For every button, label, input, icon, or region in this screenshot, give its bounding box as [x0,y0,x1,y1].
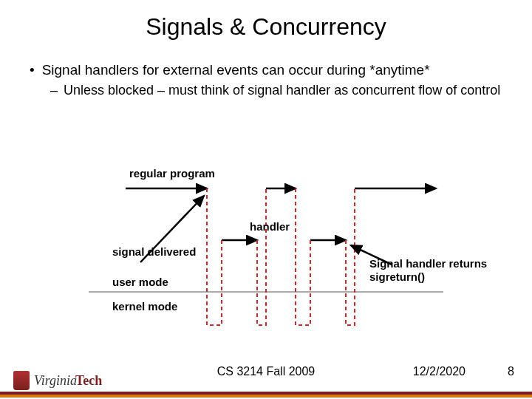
content-area: • Signal handlers for external events ca… [0,41,532,98]
footer: VirginiaTech CS 3214 Fall 2009 12/2/2020… [0,355,532,399]
bullet-dot: • [30,61,35,79]
label-kernel-mode: kernel mode [112,300,177,313]
footer-page-number: 8 [508,365,514,378]
label-sigreturn-line2: sigreturn() [369,270,425,283]
bullet2-text: Unless blocked – must think of signal ha… [64,82,500,99]
label-sigreturn: Signal handler returns sigreturn() [369,257,487,284]
stripe-orange [0,395,532,398]
footer-date: 12/2/2020 [413,365,466,378]
label-regular-program: regular program [129,167,215,180]
bullet-dash: – [50,82,58,99]
label-user-mode: user mode [112,276,168,288]
bullet-level1: • Signal handlers for external events ca… [30,61,502,79]
label-handler: handler [250,220,290,233]
diagram-svg [0,155,532,340]
timing-diagram: regular program handler signal delivered… [0,155,532,340]
label-sigreturn-line1: Signal handler returns [369,257,487,270]
label-signal-delivered: signal delivered [112,245,196,258]
slide-title: Signals & Concurrency [0,0,532,41]
bullet-level2: – Unless blocked – must think of signal … [30,82,502,99]
bullet1-text: Signal handlers for external events can … [42,61,430,79]
